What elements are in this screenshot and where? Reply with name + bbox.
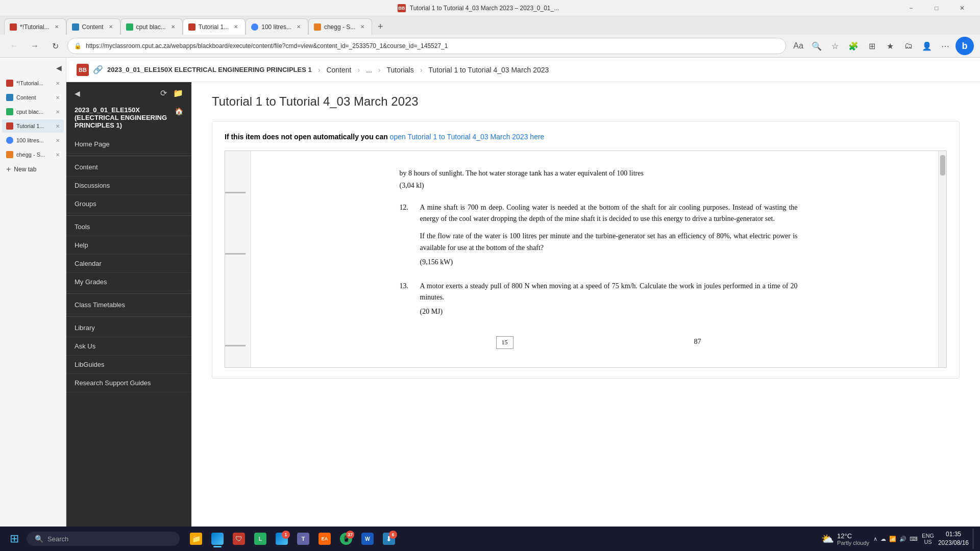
profile-icon[interactable]: 👤 bbox=[919, 38, 935, 54]
tab-bar: *!Tutorial... ✕ Content ✕ cput blac... ✕… bbox=[0, 16, 980, 35]
taskbar-app-vpn[interactable]: L bbox=[250, 529, 271, 549]
sidebar-tab-4-close[interactable]: ✕ bbox=[56, 123, 60, 129]
lms-divider-4 bbox=[66, 316, 191, 317]
split-view-icon[interactable]: ⊞ bbox=[864, 38, 880, 54]
taskbar-app-ea[interactable]: EA bbox=[314, 529, 335, 549]
pdf-scrollbar-thumb[interactable] bbox=[940, 155, 945, 176]
lms-refresh-icon[interactable]: ⟳ bbox=[160, 88, 167, 98]
tray-chevron[interactable]: ∧ bbox=[873, 536, 877, 542]
start-button[interactable]: ⊞ bbox=[4, 529, 24, 549]
sidebar-tab-6[interactable]: chegg - S... ✕ bbox=[2, 148, 64, 161]
sidebar-tab-3-close[interactable]: ✕ bbox=[56, 109, 60, 115]
lms-nav-research-label: Research Support Guides bbox=[75, 379, 151, 387]
forward-button[interactable]: → bbox=[27, 38, 43, 54]
taskbar-app-edge[interactable] bbox=[207, 529, 228, 549]
tab-2[interactable]: Content ✕ bbox=[66, 18, 120, 35]
favorites-icon[interactable]: ★ bbox=[882, 38, 898, 54]
tab-6-close[interactable]: ✕ bbox=[358, 23, 366, 31]
taskbar-right: ⛅ 12°C Partly cloudy ∧ ☁ 📶 🔊 ⌨ ENG US 01… bbox=[821, 529, 976, 549]
sidebar-tab-5-favicon bbox=[6, 137, 13, 144]
lms-nav-content[interactable]: Content bbox=[66, 158, 191, 177]
sidebar-tab-3[interactable]: cput blac... ✕ bbox=[2, 105, 64, 118]
tab-1-close[interactable]: ✕ bbox=[53, 23, 61, 31]
ea-icon: EA bbox=[318, 533, 331, 545]
extensions-icon[interactable]: 🧩 bbox=[845, 38, 862, 54]
reader-mode-icon[interactable]: Aa bbox=[790, 38, 806, 54]
weather-widget[interactable]: ⛅ 12°C Partly cloudy bbox=[821, 532, 869, 546]
new-tab-button[interactable]: + bbox=[372, 18, 388, 35]
taskbar-app-word[interactable]: W bbox=[357, 529, 378, 549]
breadcrumb-ellipsis[interactable]: ... bbox=[366, 66, 372, 74]
tab-4[interactable]: Tutorial 1... ✕ bbox=[183, 18, 246, 35]
show-desktop-button[interactable] bbox=[973, 529, 976, 549]
sidebar-tab-6-close[interactable]: ✕ bbox=[56, 152, 60, 158]
lms-nav-calendar[interactable]: Calendar bbox=[66, 255, 191, 273]
lms-nav-libguides[interactable]: LibGuides bbox=[66, 356, 191, 374]
lms-nav-research[interactable]: Research Support Guides bbox=[66, 374, 191, 392]
lms-nav-askus[interactable]: Ask Us bbox=[66, 337, 191, 356]
lms-sidebar-toggle[interactable]: ◀ bbox=[75, 89, 80, 97]
taskbar-app-phone[interactable]: 📱 37 bbox=[336, 529, 356, 549]
taskbar-app-teams[interactable]: T bbox=[293, 529, 313, 549]
lms-nav-tools[interactable]: Tools bbox=[66, 218, 191, 236]
tab-3[interactable]: cput blac... ✕ bbox=[120, 18, 183, 35]
more-icon[interactable]: ⋯ bbox=[937, 38, 953, 54]
lms-nav-library[interactable]: Library bbox=[66, 319, 191, 337]
page-numbers: 15 87 bbox=[400, 330, 798, 355]
question-13-answer: (20 MJ) bbox=[420, 306, 798, 317]
lms-folder-icon[interactable]: 📁 bbox=[173, 88, 183, 98]
taskbar-search[interactable]: 🔍 Search bbox=[27, 532, 180, 546]
tab-1[interactable]: *!Tutorial... ✕ bbox=[4, 18, 66, 35]
tab-4-close[interactable]: ✕ bbox=[232, 23, 240, 31]
taskbar-app-edge2[interactable]: 1 bbox=[272, 529, 292, 549]
tab-2-close[interactable]: ✕ bbox=[107, 23, 115, 31]
sidebar-new-tab[interactable]: + New tab bbox=[0, 162, 66, 177]
taskbar-search-icon: 🔍 bbox=[35, 535, 43, 543]
taskbar-app-security[interactable]: 🛡 bbox=[229, 529, 249, 549]
sidebar-collapse-button[interactable]: ◀ bbox=[0, 62, 66, 74]
minimize-button[interactable]: − bbox=[899, 0, 923, 16]
address-bar[interactable]: 🔒 https://myclassroom.cput.ac.za/webapps… bbox=[67, 38, 786, 54]
tab-3-label: cput blac... bbox=[136, 23, 166, 31]
pdf-scrollbar[interactable] bbox=[938, 151, 946, 367]
lms-nav-groups[interactable]: Groups bbox=[66, 195, 191, 213]
close-button[interactable]: ✕ bbox=[950, 0, 974, 16]
clock[interactable]: 01:35 2023/08/16 bbox=[938, 530, 969, 547]
taskbar-app-explorer[interactable]: 📁 bbox=[186, 529, 206, 549]
maximize-button[interactable]: □ bbox=[925, 0, 948, 16]
sidebar-tab-5-close[interactable]: ✕ bbox=[56, 138, 60, 143]
sidebar-tab-2[interactable]: Content ✕ bbox=[2, 91, 64, 104]
window-controls[interactable]: − □ ✕ bbox=[899, 0, 974, 16]
sidebar-tab-5[interactable]: 100 litres... ✕ bbox=[2, 134, 64, 147]
sidebar-tab-1[interactable]: *!Tutorial... ✕ bbox=[2, 77, 64, 90]
lms-nav-home[interactable]: Home Page bbox=[66, 135, 191, 154]
page-num-15: 15 bbox=[496, 336, 513, 349]
lms-nav-help[interactable]: Help bbox=[66, 236, 191, 255]
favorite-icon[interactable]: ☆ bbox=[827, 38, 843, 54]
tab-2-favicon bbox=[72, 23, 79, 31]
tab-3-close[interactable]: ✕ bbox=[169, 23, 177, 31]
lms-nav-discussions[interactable]: Discussions bbox=[66, 177, 191, 195]
sidebar-tab-1-close[interactable]: ✕ bbox=[56, 81, 60, 86]
tab-5[interactable]: 100 litres... ✕ bbox=[246, 18, 308, 35]
back-button[interactable]: ← bbox=[6, 38, 22, 54]
search-icon[interactable]: 🔍 bbox=[808, 38, 825, 54]
notice-link[interactable]: open Tutorial 1 to Tutorial 4_03 March 2… bbox=[390, 133, 545, 141]
taskbar-app-download[interactable]: ⬇ 6 bbox=[379, 529, 399, 549]
refresh-button[interactable]: ↻ bbox=[47, 38, 63, 54]
sidebar-tab-2-close[interactable]: ✕ bbox=[56, 95, 60, 101]
breadcrumb-content[interactable]: Content bbox=[326, 66, 351, 74]
lms-home-icon[interactable]: 🏠 bbox=[175, 107, 183, 115]
breadcrumb-tutorials[interactable]: Tutorials bbox=[386, 66, 413, 74]
tab-6[interactable]: chegg - S... ✕ bbox=[308, 18, 372, 35]
lms-nav-timetables[interactable]: Class Timetables bbox=[66, 296, 191, 314]
system-tray[interactable]: ∧ ☁ 📶 🔊 ⌨ bbox=[873, 536, 918, 542]
security-icon: 🛡 bbox=[233, 533, 245, 545]
teams-icon: T bbox=[297, 533, 309, 545]
lms-nav-grades[interactable]: My Grades bbox=[66, 273, 191, 291]
locale-button[interactable]: ENG US bbox=[922, 533, 934, 545]
collections-icon[interactable]: 🗂 bbox=[900, 38, 917, 54]
sidebar-tab-4[interactable]: Tutorial 1... ✕ bbox=[2, 119, 64, 133]
bing-button[interactable]: b bbox=[955, 37, 974, 55]
tab-5-close[interactable]: ✕ bbox=[295, 23, 303, 31]
